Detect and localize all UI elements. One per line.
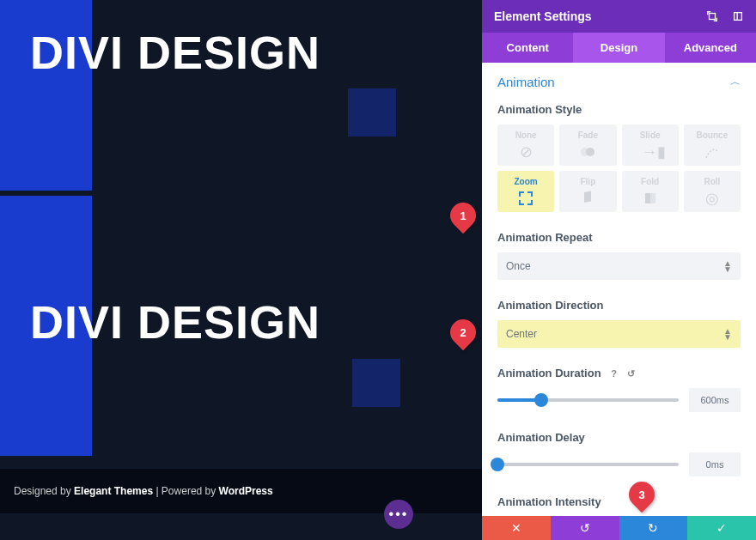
section-animation[interactable]: Animation ︿ [497, 75, 741, 89]
roll-icon: ◎ [704, 190, 721, 207]
small-square-bottom [352, 359, 400, 407]
select-repeat: Once ▲▼ [497, 252, 741, 280]
page-preview: DIVI DESIGN DIVI DESIGN Designed by Eleg… [0, 0, 482, 540]
detach-icon[interactable] [732, 10, 744, 22]
tab-design[interactable]: Design [573, 33, 664, 63]
style-grid: None⊘ Fade Slide→▮ Bounce Zoom Flip Fold… [497, 124, 741, 212]
style-bounce[interactable]: Bounce [684, 124, 741, 166]
fade-icon [579, 143, 596, 161]
slide-icon: →▮ [642, 143, 659, 161]
style-flip[interactable]: Flip [559, 171, 616, 212]
action-bar: ✕ ↺ ↻ ✓ [482, 516, 756, 540]
label-delay: Animation Delay [497, 431, 741, 444]
style-roll[interactable]: Roll◎ [684, 171, 741, 212]
svg-rect-5 [584, 191, 591, 202]
cancel-button[interactable]: ✕ [482, 516, 551, 540]
style-slide[interactable]: Slide→▮ [622, 124, 679, 166]
panel-header: Element Settings [482, 0, 756, 33]
label-direction: Animation Direction [497, 299, 741, 312]
footer-platform: WordPress [219, 485, 273, 497]
svg-rect-1 [735, 13, 742, 21]
label-intensity: Animation Intensity [497, 495, 741, 508]
small-square-top [348, 88, 396, 137]
slider-knob[interactable] [491, 458, 504, 471]
svg-rect-6 [645, 193, 650, 203]
help-icon[interactable]: ? [611, 368, 617, 379]
expand-icon[interactable] [706, 10, 718, 22]
undo-button[interactable]: ↺ [551, 516, 619, 540]
fab-menu[interactable]: ••• [384, 500, 413, 529]
confirm-button[interactable]: ✓ [687, 516, 756, 540]
heading-bottom: DIVI DESIGN [30, 295, 320, 349]
panel-body: Animation ︿ Animation Style None⊘ Fade S… [482, 63, 756, 516]
none-icon: ⊘ [517, 143, 534, 161]
reset-icon[interactable]: ↺ [627, 368, 635, 379]
slider-duration [497, 388, 741, 412]
panel-title: Element Settings [494, 9, 592, 23]
repeat-select[interactable]: Once [497, 252, 741, 280]
svg-rect-7 [650, 193, 655, 203]
footer-sep: | Powered by [153, 485, 219, 497]
select-direction: Center ▲▼ [497, 320, 741, 348]
heading-top: DIVI DESIGN [30, 26, 320, 79]
redo-button[interactable]: ↻ [619, 516, 688, 540]
tab-advanced[interactable]: Advanced [665, 33, 756, 63]
tabs: Content Design Advanced [482, 33, 756, 63]
footer-text: Designed by [14, 485, 74, 497]
style-fade[interactable]: Fade [559, 124, 616, 166]
label-repeat: Animation Repeat [497, 231, 741, 244]
label-animation-style: Animation Style [497, 103, 741, 116]
footer-theme: Elegant Themes [74, 485, 153, 497]
svg-point-4 [586, 148, 594, 156]
style-none[interactable]: None⊘ [497, 124, 554, 166]
bounce-icon [704, 143, 721, 161]
slider-knob[interactable] [534, 393, 548, 407]
delay-input[interactable] [689, 452, 741, 476]
settings-panel: Element Settings Content Design Advanced… [482, 0, 756, 540]
label-duration: Animation Duration ? ↺ [497, 367, 741, 379]
flip-icon [579, 190, 596, 207]
fold-icon [642, 190, 659, 207]
zoom-icon [517, 190, 534, 207]
style-fold[interactable]: Fold [622, 171, 679, 212]
chevron-up-icon: ︿ [730, 75, 741, 89]
section-title: Animation [497, 75, 555, 89]
direction-select[interactable]: Center [497, 320, 741, 348]
style-zoom[interactable]: Zoom [497, 171, 554, 212]
slider-delay [497, 452, 741, 476]
duration-input[interactable] [689, 388, 741, 412]
tab-content[interactable]: Content [482, 33, 573, 63]
svg-rect-0 [710, 14, 716, 20]
